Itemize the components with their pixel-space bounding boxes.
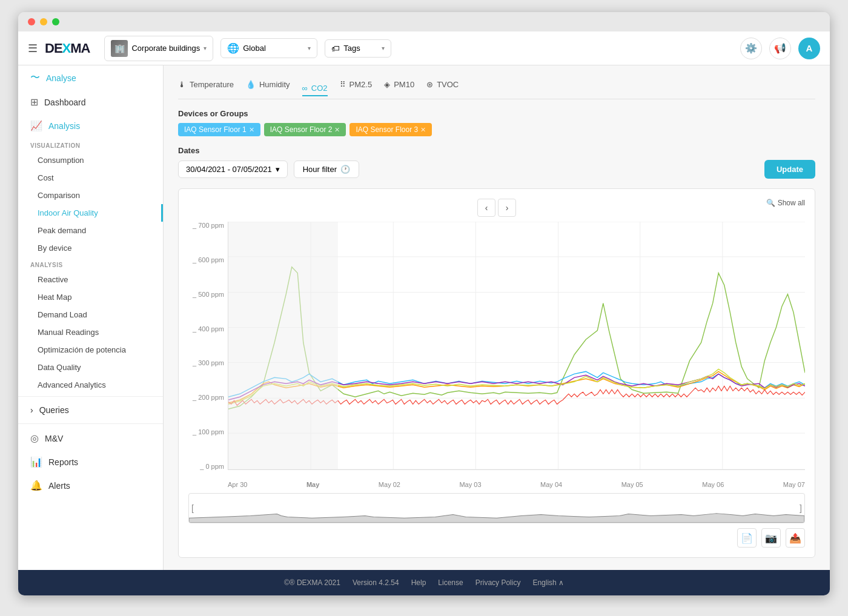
x-label-may02: May 02 [379,481,400,488]
x-axis: Apr 30 May May 02 May 03 May 04 May 05 M… [228,470,805,488]
hour-filter-label: Hour filter [303,165,337,174]
chart-prev-button[interactable]: ‹ [477,199,495,217]
alerts-icon: 🔔 [30,480,42,491]
device-tag-floor3-label: IAQ Sensor Floor 3 [356,125,418,134]
close-window-btn[interactable] [28,18,35,25]
x-label-may07: May 07 [783,481,805,488]
sidebar: 〜 Analyse ⊞ Dashboard 📈 Analysis VISUALI… [18,65,164,570]
temperature-icon: 🌡 [178,80,186,89]
y-label-700: _ 700 ppm [188,222,228,229]
sidebar-item-dashboard[interactable]: ⊞ Dashboard [18,90,163,114]
main-layout: 〜 Analyse ⊞ Dashboard 📈 Analysis VISUALI… [18,65,830,570]
sidebar-item-optimizacion[interactable]: Optimización de potencia [18,341,163,359]
hour-filter-icon: 🕐 [340,165,350,174]
tab-humidity[interactable]: 💧 Humidity [246,78,290,91]
sidebar-item-by-device[interactable]: By device [18,239,163,257]
footer-license-link[interactable]: License [438,578,463,587]
dates-label: Dates [178,146,815,155]
sidebar-item-comparison[interactable]: Comparison [18,187,163,204]
settings-button[interactable]: ⚙️ [740,38,762,59]
date-picker-chevron-icon: ▾ [276,165,280,174]
device-tag-floor3[interactable]: IAQ Sensor Floor 3 ✕ [349,123,432,136]
sidebar-item-peak-demand[interactable]: Peak demand [18,222,163,239]
device-tag-floor1[interactable]: IAQ Sensor Floor 1 ✕ [178,123,260,136]
hamburger-icon[interactable]: ☰ [28,42,38,55]
sidebar-item-mv[interactable]: ◎ M&V [18,426,163,450]
sidebar-item-alerts[interactable]: 🔔 Alerts [18,474,163,497]
sidebar-alerts-label: Alerts [48,481,70,491]
global-dropdown-chevron-icon: ▾ [308,45,311,51]
export-button[interactable]: 📤 [786,528,805,548]
x-label-apr30: Apr 30 [228,481,247,488]
building-name: Corporate buildings [131,44,200,53]
device-tag-floor2[interactable]: IAQ Sensor Floor 2 ✕ [264,123,346,136]
minimize-window-btn[interactable] [40,18,47,25]
y-label-600: _ 600 ppm [188,256,228,263]
sidebar-item-data-quality[interactable]: Data Quality [18,359,163,376]
metric-tabs: 🌡 Temperature 💧 Humidity ∞ CO2 ⠿ PM2.5 ◈ [178,78,815,99]
sidebar-dashboard-label: Dashboard [44,98,86,107]
mini-chart-svg [189,494,804,523]
y-label-400: _ 400 ppm [188,325,228,333]
device-tag-floor2-remove-icon[interactable]: ✕ [334,126,340,134]
tab-pm10[interactable]: ◈ PM10 [384,78,414,91]
sidebar-item-reports[interactable]: 📊 Reports [18,450,163,474]
sidebar-item-queries[interactable]: › Queries [18,399,163,421]
building-dropdown-chevron-icon: ▾ [204,45,207,51]
y-label-300: _ 300 ppm [188,359,228,366]
tab-temperature-label: Temperature [190,80,234,89]
sidebar-item-demand-load[interactable]: Demand Load [18,306,163,323]
sidebar-item-reactive[interactable]: Reactive [18,271,163,288]
reports-icon: 📊 [30,456,42,468]
search-icon: 🔍 [766,199,775,207]
x-label-may06: May 06 [702,481,724,488]
download-image-button[interactable]: 📷 [761,528,781,548]
app-window: ☰ DEXMA 🏢 Corporate buildings ▾ 🌐 Global… [18,12,830,595]
download-data-button[interactable]: 📄 [737,528,757,548]
tab-tvoc-label: TVOC [437,80,459,89]
sidebar-item-analyse[interactable]: 〜 Analyse [18,65,163,90]
sidebar-item-advanced-analytics[interactable]: Advanced Analytics [18,376,163,394]
global-dropdown[interactable]: 🌐 Global ▾ [220,38,317,58]
building-dropdown[interactable]: 🏢 Corporate buildings ▾ [104,36,213,61]
sidebar-viz-section-label: VISUALIZATION [18,137,163,151]
tags-filter-icon: 🏷 [331,44,340,53]
tab-pm25[interactable]: ⠿ PM2.5 [340,78,373,91]
humidity-icon: 💧 [246,80,256,89]
tab-temperature[interactable]: 🌡 Temperature [178,78,234,91]
tab-pm25-label: PM2.5 [349,80,373,89]
device-tag-floor3-remove-icon[interactable]: ✕ [420,126,426,134]
highlighted-region [228,222,338,469]
footer-help-link[interactable]: Help [411,578,426,587]
footer-privacy-link[interactable]: Privacy Policy [475,578,521,587]
sidebar-item-manual-readings[interactable]: Manual Readings [18,323,163,341]
sidebar-analyse-label: Analyse [46,73,76,83]
maximize-window-btn[interactable] [52,18,59,25]
sidebar-item-analysis[interactable]: 📈 Analysis [18,114,163,137]
tab-co2[interactable]: ∞ CO2 [302,81,328,96]
chart-plot [228,222,805,470]
show-all-button[interactable]: 🔍 Show all [766,199,805,207]
tags-dropdown[interactable]: 🏷 Tags ▾ [325,39,391,58]
sidebar-item-consumption[interactable]: Consumption [18,151,163,169]
sidebar-item-heat-map[interactable]: Heat Map [18,288,163,306]
hour-filter-button[interactable]: Hour filter 🕐 [294,161,359,178]
sidebar-item-indoor-air-quality[interactable]: Indoor Air Quality [18,204,163,222]
devices-label: Devices or Groups [178,109,815,118]
notifications-button[interactable]: 📢 [769,38,791,59]
y-label-200: _ 200 ppm [188,394,228,401]
update-button[interactable]: Update [764,160,815,179]
top-nav: ☰ DEXMA 🏢 Corporate buildings ▾ 🌐 Global… [18,31,830,65]
x-label-may04: May 04 [540,481,562,488]
avatar[interactable]: A [798,38,820,59]
mini-chart[interactable]: [ ] [188,493,805,523]
y-label-500: _ 500 ppm [188,291,228,298]
chart-next-button[interactable]: › [498,199,516,217]
footer-language-selector[interactable]: English ∧ [532,578,564,587]
device-tag-floor1-remove-icon[interactable]: ✕ [249,126,254,134]
tab-tvoc[interactable]: ⊛ TVOC [426,78,459,91]
date-range-picker[interactable]: 30/04/2021 - 07/05/2021 ▾ [178,161,288,178]
dashboard-icon: ⊞ [30,96,38,108]
sidebar-reports-label: Reports [48,457,78,467]
sidebar-item-cost[interactable]: Cost [18,169,163,187]
